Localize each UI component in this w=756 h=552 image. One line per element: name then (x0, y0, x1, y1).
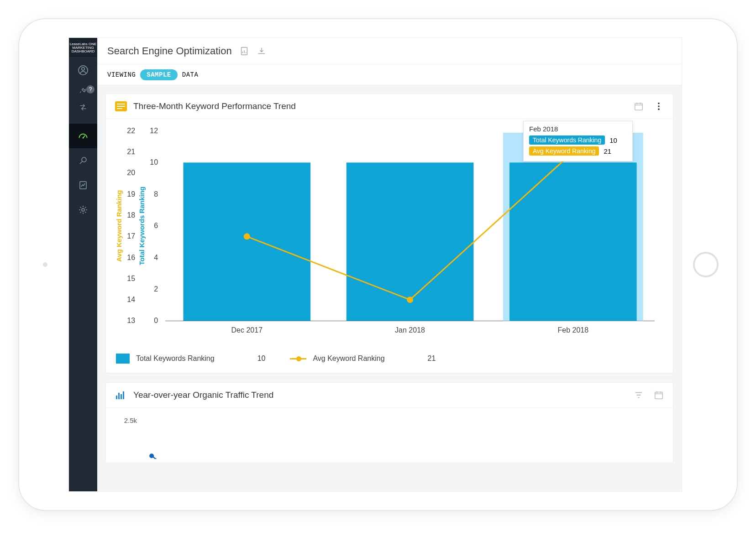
content: Three-Month Keyword Performance Trend 02… (97, 85, 682, 491)
svg-text:Jan 2018: Jan 2018 (395, 326, 425, 334)
card2-calendar-button[interactable] (654, 390, 664, 400)
svg-text:19: 19 (127, 190, 135, 198)
svg-point-43 (407, 297, 413, 303)
svg-text:Total Keywords Ranking: Total Keywords Ranking (138, 187, 146, 265)
screen: LeaseLabs ONE MARKETING DASHBOARD ? (68, 37, 682, 492)
chart-tooltip: Feb 2018 Total Keywords Ranking 10 Avg K… (523, 121, 633, 161)
svg-point-42 (244, 233, 250, 240)
filter-sample-pill[interactable]: SAMPLE (140, 69, 177, 80)
svg-rect-45 (116, 396, 117, 399)
page-title: Search Engine Optimization (107, 45, 232, 57)
svg-point-13 (658, 105, 660, 107)
svg-point-1 (82, 68, 84, 70)
svg-rect-40 (509, 162, 637, 321)
svg-rect-49 (655, 392, 663, 399)
svg-rect-9 (117, 106, 125, 107)
svg-text:6: 6 (154, 222, 158, 229)
svg-point-2 (83, 137, 84, 139)
svg-text:0: 0 (154, 317, 158, 324)
svg-text:8: 8 (154, 190, 158, 198)
svg-point-14 (658, 109, 660, 110)
svg-text:12: 12 (150, 127, 158, 135)
card2-head: Year-over-year Organic Traffic Trend (106, 383, 673, 408)
svg-text:Feb 2018: Feb 2018 (557, 326, 588, 334)
filter-viewing-label: VIEWING (107, 71, 136, 78)
svg-text:14: 14 (127, 296, 135, 303)
svg-rect-8 (117, 104, 125, 104)
chart-doc-icon (78, 180, 89, 191)
svg-text:15: 15 (127, 275, 135, 282)
svg-text:16: 16 (127, 254, 135, 261)
sidebar-item-connections[interactable] (69, 148, 97, 173)
tooltip-avg-val: 21 (604, 147, 611, 155)
titlebar: Search Engine Optimization (97, 38, 682, 64)
svg-rect-11 (635, 104, 643, 110)
sidebar-item-dashboard[interactable] (69, 124, 97, 148)
brand-logo[interactable]: LeaseLabs ONE MARKETING DASHBOARD (69, 38, 97, 58)
card-organic-traffic: Year-over-year Organic Traffic Trend 2.5… (105, 382, 673, 463)
legend-total-label: Total Keywords Ranking (136, 354, 215, 363)
tb-report-icon[interactable] (239, 46, 249, 56)
svg-point-12 (658, 103, 660, 104)
card-title: Three-Month Keyword Performance Trend (133, 101, 624, 111)
svg-rect-47 (121, 394, 122, 399)
tooltip-total-label: Total Keywords Ranking (529, 135, 605, 145)
device-camera (43, 262, 47, 267)
chart1-legend: Total Keywords Ranking 10 Avg Keyword Ra… (106, 347, 673, 373)
svg-text:10: 10 (150, 158, 158, 166)
legend-total-val: 10 (257, 354, 266, 363)
card2-title: Year-over-year Organic Traffic Trend (133, 390, 624, 400)
svg-point-3 (82, 157, 86, 162)
tooltip-title: Feb 2018 (529, 125, 627, 133)
svg-text:2.5k: 2.5k (124, 417, 137, 424)
card-calendar-button[interactable] (634, 101, 644, 111)
svg-rect-35 (183, 162, 310, 321)
tb-download-icon[interactable] (257, 46, 267, 56)
main: 0 Jan 2018 Feb 2018 ons Search Engine Op… (97, 38, 682, 491)
filter-data-label: DATA (182, 71, 199, 78)
svg-text:13: 13 (127, 317, 135, 324)
kebab-icon (654, 101, 664, 111)
card-list-gold-icon (115, 101, 127, 111)
svg-text:2: 2 (154, 285, 158, 293)
legend-avg-val: 21 (428, 354, 436, 363)
sidebar-item-flow[interactable] (69, 99, 97, 115)
svg-text:Dec 2017: Dec 2017 (231, 326, 263, 334)
calendar-icon (654, 390, 664, 400)
gear-icon (78, 204, 89, 215)
sidebar-item-profile[interactable] (69, 58, 97, 83)
sidebar-item-settings[interactable] (69, 198, 97, 222)
svg-text:22: 22 (127, 127, 135, 135)
svg-text:20: 20 (127, 169, 135, 177)
device-home-button[interactable] (693, 252, 719, 277)
card-head: Three-Month Keyword Performance Trend (106, 94, 673, 119)
filterbar: VIEWING SAMPLE DATA (97, 64, 682, 85)
help-badge[interactable]: ? (86, 85, 94, 94)
svg-text:21: 21 (127, 148, 135, 156)
legend-avg-label: Avg Keyword Ranking (313, 354, 384, 363)
svg-rect-10 (117, 108, 122, 109)
chart1: 02468101213141516171819202122Avg Keyword… (106, 119, 673, 347)
svg-rect-48 (123, 391, 124, 399)
tooltip-total-val: 10 (609, 136, 617, 144)
svg-point-52 (149, 453, 154, 458)
download-icon (257, 46, 267, 56)
arrows-icon (79, 103, 88, 112)
gauge-icon (77, 130, 89, 142)
filter-icon (634, 390, 644, 400)
svg-rect-46 (118, 393, 120, 399)
svg-text:Avg Keyword Ranking: Avg Keyword Ranking (115, 190, 123, 262)
chart2: 2.5k2k (106, 408, 673, 463)
card2-filter-button[interactable] (634, 390, 644, 400)
card-keyword-trend: Three-Month Keyword Performance Trend 02… (105, 94, 673, 373)
tablet-frame: LeaseLabs ONE MARKETING DASHBOARD ? (18, 18, 738, 511)
svg-text:4: 4 (154, 254, 158, 261)
legend-line-gold (290, 358, 306, 359)
doc-bar-icon (239, 46, 249, 56)
plug2-icon (78, 155, 89, 166)
card-menu-button[interactable] (654, 101, 664, 111)
chart2-svg: 2.5k2k (115, 411, 664, 459)
sidebar-item-reports[interactable] (69, 173, 97, 198)
card-bars-blue-icon (115, 390, 127, 400)
svg-text:18: 18 (127, 211, 135, 219)
